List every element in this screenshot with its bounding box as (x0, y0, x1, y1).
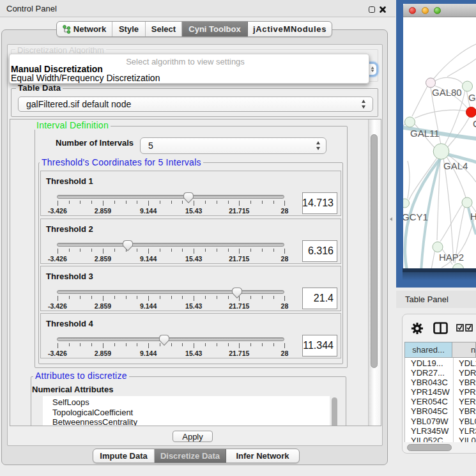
svg-text:H: H (470, 211, 476, 222)
svg-text:GAL11: GAL11 (410, 128, 440, 139)
svg-text:GAL4: GAL4 (443, 160, 468, 171)
svg-text:C: C (473, 118, 476, 129)
svg-text:GA: GA (468, 92, 476, 103)
svg-text:HAP2: HAP2 (439, 252, 464, 263)
svg-text:GAL80: GAL80 (432, 87, 462, 98)
svg-text:GCY1: GCY1 (403, 211, 428, 222)
